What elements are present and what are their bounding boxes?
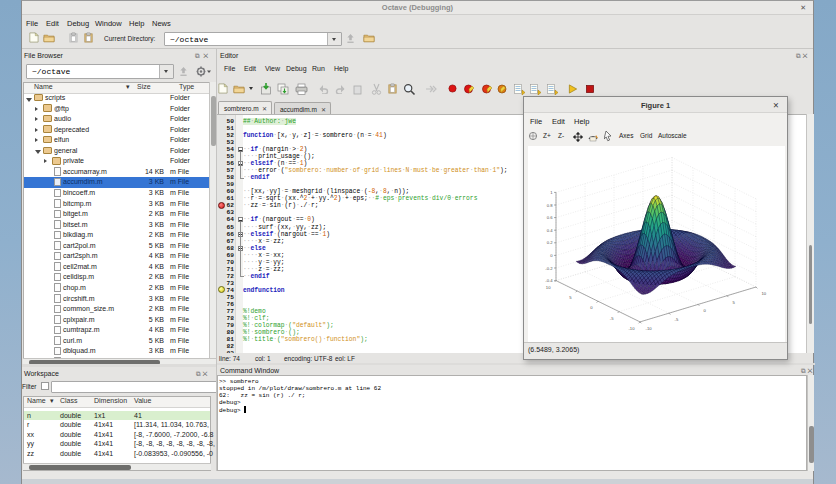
svg-text:-5: -5: [610, 316, 614, 321]
svg-text:0.6: 0.6: [547, 215, 553, 220]
svg-text:-10: -10: [628, 326, 635, 331]
svg-text:10: 10: [762, 291, 767, 296]
svg-text:-0.2: -0.2: [545, 266, 553, 271]
svg-text:0.2: 0.2: [547, 240, 553, 245]
svg-text:0.4: 0.4: [547, 228, 553, 233]
svg-text:5: 5: [733, 300, 736, 305]
svg-text:10: 10: [546, 285, 551, 290]
svg-text:0: 0: [590, 305, 593, 310]
svg-text:0: 0: [704, 308, 707, 313]
svg-text:0: 0: [550, 253, 553, 258]
svg-text:-0.4: -0.4: [545, 278, 553, 283]
svg-text:5: 5: [569, 295, 572, 300]
svg-text:-5: -5: [675, 317, 679, 322]
svg-text:-10: -10: [646, 326, 653, 331]
svg-text:1: 1: [550, 190, 553, 195]
svg-text:0.8: 0.8: [547, 203, 553, 208]
